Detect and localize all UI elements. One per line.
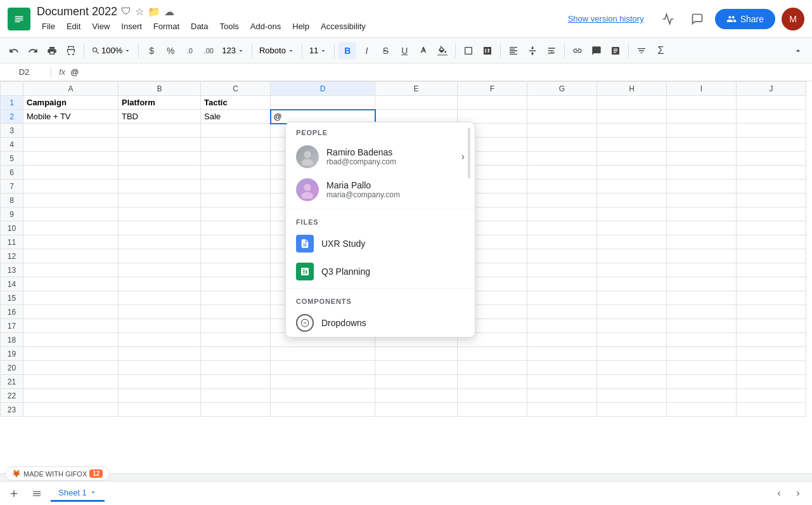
merge-cells-button[interactable] <box>479 42 496 60</box>
percent-button[interactable]: % <box>162 42 179 60</box>
col-header-C[interactable]: C <box>201 82 271 96</box>
sheet-nav-left-button[interactable] <box>770 485 788 502</box>
menu-accessibility[interactable]: Accessibility <box>316 20 371 33</box>
menu-help[interactable]: Help <box>287 20 314 33</box>
cell-B2[interactable]: TBD <box>119 110 201 124</box>
format-dropdown[interactable]: 123 <box>219 44 248 57</box>
header-right: Share M <box>657 8 804 30</box>
font-value: Roboto <box>259 46 286 55</box>
circle-minus-icon <box>296 314 314 332</box>
link-button[interactable] <box>569 42 586 60</box>
strikethrough-button[interactable]: S <box>377 42 394 60</box>
undo-button[interactable] <box>5 42 23 60</box>
menu-data[interactable]: Data <box>186 20 213 33</box>
menu-view[interactable]: View <box>87 20 115 33</box>
formula-input[interactable] <box>70 67 807 77</box>
svg-rect-3 <box>15 19 23 20</box>
row-header-2[interactable]: 2 <box>1 110 23 124</box>
col-header-G[interactable]: G <box>527 82 597 96</box>
user-avatar[interactable]: M <box>782 8 804 30</box>
cell-I2[interactable] <box>667 110 737 124</box>
col-header-row: A B C D E F G H I J <box>1 82 806 96</box>
redo-button[interactable] <box>24 42 42 60</box>
comment-button[interactable] <box>588 42 605 60</box>
col-header-B[interactable]: B <box>119 82 201 96</box>
file-uxr-text: UXR Study <box>321 239 365 249</box>
cell-C1[interactable]: Tactic <box>201 96 271 110</box>
menu-addons[interactable]: Add-ons <box>245 20 286 33</box>
menu-file[interactable]: File <box>37 20 60 33</box>
sheet-list-button[interactable] <box>28 485 46 502</box>
valign-button[interactable] <box>524 42 541 60</box>
menu-format[interactable]: Format <box>148 20 184 33</box>
folder-icon[interactable]: 📁 <box>148 6 160 18</box>
cell-G2[interactable] <box>527 110 597 124</box>
text-color-button[interactable] <box>415 42 432 60</box>
share-button[interactable]: Share <box>715 9 775 29</box>
paint-format-button[interactable] <box>62 42 80 60</box>
align-button[interactable] <box>505 42 522 60</box>
print-button[interactable] <box>43 42 61 60</box>
sep-formula <box>51 67 51 78</box>
decimal-up-button[interactable]: .00 <box>200 42 217 60</box>
cell-J1[interactable] <box>737 96 806 110</box>
cell-A2[interactable]: Mobile + TV <box>23 110 119 124</box>
border-button[interactable] <box>460 42 477 60</box>
show-version-history[interactable]: Show version history <box>563 14 649 23</box>
cell-A1[interactable]: Campaign <box>23 96 119 110</box>
collapse-toolbar-button[interactable] <box>789 42 807 60</box>
add-sheet-button[interactable] <box>5 485 23 502</box>
decimal-down-button[interactable]: .0 <box>181 42 198 60</box>
menu-insert[interactable]: Insert <box>116 20 147 33</box>
col-header-A[interactable]: A <box>23 82 119 96</box>
file-uxr-study[interactable]: UXR Study <box>286 230 475 258</box>
row-header-1[interactable]: 1 <box>1 96 23 110</box>
filter-button[interactable] <box>633 42 650 60</box>
menu-tools[interactable]: Tools <box>214 20 243 33</box>
cell-D1[interactable] <box>271 96 375 110</box>
chart-button[interactable] <box>607 42 624 60</box>
cell-H2[interactable] <box>597 110 667 124</box>
person-maria[interactable]: Maria Pallo maria@company.com <box>286 173 475 206</box>
col-header-E[interactable]: E <box>375 82 458 96</box>
sheet-tab-1[interactable]: Sheet 1 <box>51 485 105 502</box>
cell-F1[interactable] <box>458 96 527 110</box>
person-maria-email: maria@company.com <box>326 190 400 199</box>
col-header-J[interactable]: J <box>737 82 806 96</box>
star-icon[interactable]: ☆ <box>135 6 144 18</box>
sheet-nav-right-button[interactable] <box>789 485 807 502</box>
col-header-I[interactable]: I <box>667 82 737 96</box>
col-header-D[interactable]: D <box>271 82 375 96</box>
font-dropdown[interactable]: Roboto <box>256 44 298 57</box>
cell-J2[interactable] <box>737 110 806 124</box>
component-dropdowns[interactable]: Dropdowns <box>286 309 475 337</box>
currency-button[interactable]: $ <box>143 42 160 60</box>
function-button[interactable]: Σ <box>652 42 669 60</box>
col-header-H[interactable]: H <box>597 82 667 96</box>
sep3 <box>252 44 252 58</box>
bold-button[interactable]: B <box>338 42 356 60</box>
cell-G1[interactable] <box>527 96 597 110</box>
doc-title-area: Document 2022 🛡 ☆ 📁 ☁ File Edit View Ins… <box>37 5 563 33</box>
cell-B1[interactable]: Platform <box>119 96 201 110</box>
cell-C2[interactable]: Sale <box>201 110 271 124</box>
doc-title[interactable]: Document 2022 <box>37 5 117 18</box>
person-ramiro[interactable]: Ramiro Badenas rbad@company.com › <box>286 140 475 173</box>
horizontal-scrollbar[interactable] <box>0 473 812 481</box>
cell-I1[interactable] <box>667 96 737 110</box>
zoom-dropdown[interactable]: 100% <box>88 44 134 57</box>
file-q3-planning[interactable]: Q3 Planning <box>286 258 475 285</box>
cell-H1[interactable] <box>597 96 667 110</box>
col-header-F[interactable]: F <box>458 82 527 96</box>
font-size-dropdown[interactable]: 11 <box>306 44 330 57</box>
cloud-icon[interactable]: ☁ <box>164 6 174 18</box>
menu-edit[interactable]: Edit <box>61 20 86 33</box>
italic-button[interactable]: I <box>358 42 375 60</box>
comment-icon[interactable] <box>686 8 709 30</box>
underline-button[interactable]: U <box>396 42 413 60</box>
activity-icon[interactable] <box>657 8 680 30</box>
text-wrap-button[interactable] <box>543 42 560 60</box>
fill-color-button[interactable] <box>434 42 451 60</box>
cell-reference-input[interactable] <box>5 67 43 77</box>
cell-E1[interactable] <box>375 96 458 110</box>
